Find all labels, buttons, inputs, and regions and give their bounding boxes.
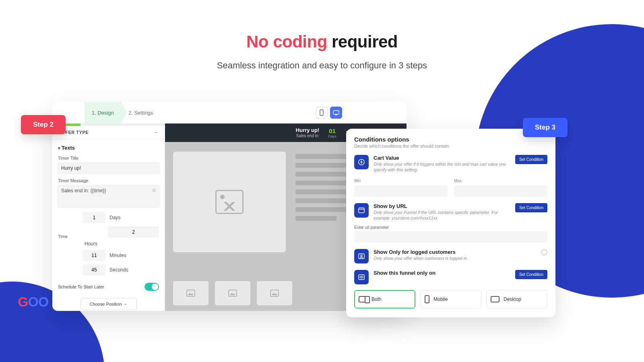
device-mobile-icon[interactable] <box>316 107 328 119</box>
title-rest: required <box>327 32 398 51</box>
minutes-input[interactable]: 11 <box>83 250 105 261</box>
cart-title: Cart Value <box>374 155 510 161</box>
mobile-icon <box>425 295 429 303</box>
banner-text: Hurry up! Sales end in: <box>296 127 320 138</box>
thumb[interactable] <box>257 281 292 305</box>
banner-sub: Sales end in: <box>296 134 320 138</box>
timer-title-input[interactable]: Hurry up! <box>57 162 160 174</box>
desktop-icon <box>491 296 500 302</box>
config-panel: OFFER TYPE → Texts Timer Title Hurry up!… <box>52 123 165 311</box>
logged-radio[interactable] <box>541 249 547 255</box>
tab-settings[interactable]: 2. Settings <box>121 102 160 123</box>
logo: GOO <box>18 294 48 310</box>
conditions-title: Conditions options <box>354 136 547 143</box>
set-condition-button[interactable]: Set Condition <box>515 270 547 279</box>
min-input[interactable] <box>354 185 448 197</box>
device-mobile[interactable]: Mobile <box>420 290 481 309</box>
svg-point-11 <box>361 277 362 278</box>
svg-text:$: $ <box>360 160 362 164</box>
step2-badge: Step 2 <box>21 115 66 134</box>
eye-icon <box>354 270 369 284</box>
schedule-toggle[interactable] <box>144 283 159 291</box>
device-desktop-icon[interactable] <box>330 107 342 119</box>
set-condition-button[interactable]: Set Condition <box>515 155 547 164</box>
svg-point-8 <box>361 255 362 257</box>
cart-desc: Only show your offer if it triggers with… <box>374 162 510 173</box>
hours-unit: Hours <box>83 241 105 247</box>
thumb-row <box>173 281 292 305</box>
minutes-unit: Minutes <box>108 253 159 258</box>
device-toggle <box>316 107 342 119</box>
skel-line <box>295 207 349 212</box>
picture-icon <box>228 290 237 297</box>
condition-cart: $ Cart Value Only show your offer if it … <box>354 155 547 173</box>
tabs-bar: 1. Design 2. Settings <box>52 102 407 123</box>
browser-icon <box>354 203 369 218</box>
svg-rect-0 <box>320 110 323 115</box>
condition-device: Show this funnel only on Set Condition <box>354 270 547 284</box>
condition-logged: Show Only for logged customers Only show… <box>354 249 547 263</box>
picture-icon <box>186 290 195 297</box>
device-both[interactable]: Both <box>354 290 415 309</box>
emoji-icon[interactable]: ☺ <box>151 187 157 193</box>
skel-line <box>295 216 336 221</box>
svg-rect-7 <box>359 254 364 259</box>
subtitle: Seamless integration and easy to configu… <box>0 60 644 71</box>
logged-title: Show Only for logged customers <box>374 249 536 255</box>
hours-input[interactable]: 2 <box>108 226 159 238</box>
banner-days: 01Days <box>328 128 336 138</box>
svg-rect-2 <box>335 115 337 115</box>
offer-type-row[interactable]: OFFER TYPE → <box>52 126 165 139</box>
picture-icon <box>215 190 244 214</box>
url-param-input[interactable] <box>354 231 547 243</box>
devices-icon <box>359 296 367 302</box>
page-title: No coding required <box>0 32 644 51</box>
max-label: Max <box>454 179 462 183</box>
condition-url: Show by URL Only show your Funnel if the… <box>354 203 547 221</box>
schedule-label: Schedule To Start Later <box>58 284 104 289</box>
thumb[interactable] <box>215 281 250 305</box>
image-placeholder <box>173 152 286 252</box>
svg-rect-1 <box>333 111 339 114</box>
step3-badge: Step 3 <box>523 118 568 137</box>
logged-desc: Only show your offer when customers is l… <box>374 256 536 261</box>
user-icon <box>354 249 369 263</box>
seconds-input[interactable]: 45 <box>83 264 105 276</box>
days-input[interactable]: 1 <box>83 212 105 223</box>
seconds-unit: Seconds <box>108 267 159 273</box>
tab-design[interactable]: 1. Design <box>85 102 121 123</box>
skel-line <box>295 172 349 177</box>
url-title: Show by URL <box>374 203 510 209</box>
time-grid: Time 1Days 2Hours 11Minutes 45Seconds <box>52 208 165 280</box>
device-options: Both Mobile Desktop <box>354 290 547 309</box>
texts-section[interactable]: Texts <box>52 139 165 152</box>
picture-icon <box>270 290 279 297</box>
device-desktop[interactable]: Desktop <box>486 290 547 309</box>
url-param-label: Enter url parameter <box>354 225 547 230</box>
conditions-desc: Decide which conditions the offer should… <box>354 144 547 148</box>
title-accent: No coding <box>246 32 327 51</box>
set-condition-button[interactable]: Set Condition <box>515 203 547 212</box>
timer-message-input[interactable]: Sales end in: {{time}} ☺ <box>57 185 160 208</box>
timer-message-value: Sales end in: {{time}} <box>61 188 106 193</box>
schedule-row: Schedule To Start Later <box>52 280 165 294</box>
min-label: Min <box>354 179 361 183</box>
thumb[interactable] <box>173 281 208 305</box>
max-input[interactable] <box>454 185 547 197</box>
timer-message-label: Timer Message <box>52 174 165 185</box>
headline: No coding required Seamless integration … <box>0 32 644 71</box>
url-desc: Only show your Funnel if the URL contain… <box>374 210 510 221</box>
timer-title-label: Timer Title <box>52 152 165 162</box>
conditions-card: Conditions options Decide which conditio… <box>346 129 555 317</box>
banner-title: Hurry up! <box>296 127 320 134</box>
days-unit: Days <box>108 215 159 220</box>
min-max-row: Min Max <box>354 177 547 197</box>
choose-position-button[interactable]: Choose Position → <box>80 298 137 310</box>
device-title: Show this funnel only on <box>374 270 510 276</box>
time-label: Time <box>58 234 80 239</box>
arrow-right-icon: → <box>154 130 159 135</box>
svg-rect-5 <box>359 208 364 213</box>
dollar-icon: $ <box>354 155 369 169</box>
